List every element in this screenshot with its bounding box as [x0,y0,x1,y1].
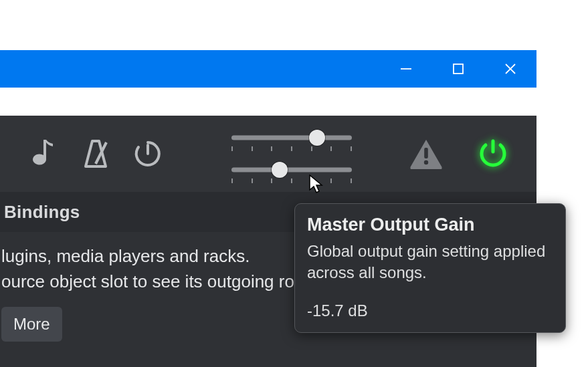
metronome-icon[interactable] [72,130,119,177]
menubar-area [0,88,536,116]
slider-top[interactable] [231,131,352,144]
svg-rect-6 [424,148,428,158]
power-icon[interactable] [470,130,516,177]
more-button[interactable]: More [1,307,62,342]
slider-bottom[interactable] [231,163,352,176]
tooltip-description: Global output gain setting applied acros… [307,241,553,284]
toolbar [0,116,536,192]
svg-rect-1 [454,64,463,74]
minimize-button[interactable] [380,50,432,88]
stopwatch-icon[interactable] [124,130,171,177]
music-note-icon[interactable] [20,130,67,177]
tooltip-value: -15.7 dB [307,301,553,320]
close-button[interactable] [484,50,536,88]
titlebar [0,50,536,88]
tab-bindings[interactable]: Bindings [4,202,80,223]
warning-icon[interactable] [403,130,450,177]
maximize-button[interactable] [432,50,484,88]
slider-top-thumb[interactable] [309,130,325,146]
tooltip: Master Output Gain Global output gain se… [294,203,566,333]
svg-point-7 [424,160,428,164]
sliders-group [231,131,352,176]
slider-bottom-thumb[interactable] [272,162,288,178]
tooltip-title: Master Output Gain [307,215,553,235]
